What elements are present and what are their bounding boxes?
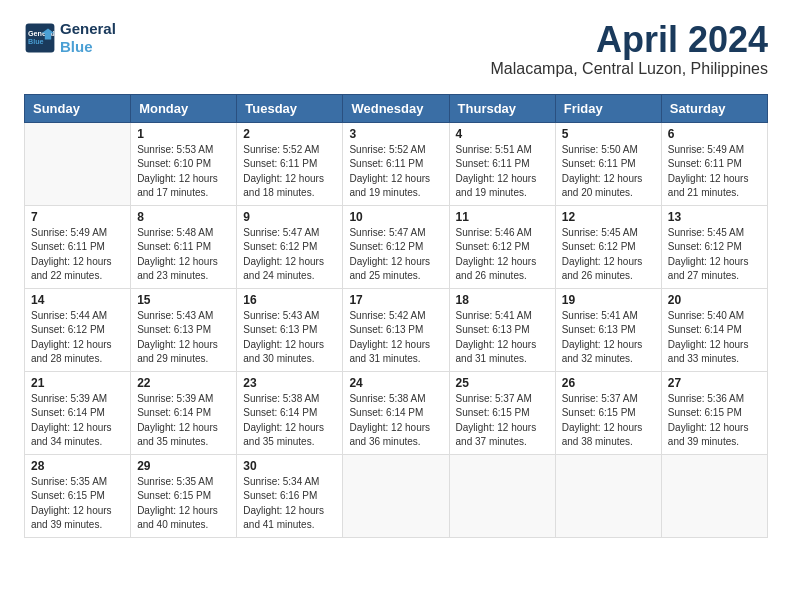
day-info: Sunrise: 5:37 AM Sunset: 6:15 PM Dayligh… bbox=[456, 392, 549, 450]
calendar-week-row: 14Sunrise: 5:44 AM Sunset: 6:12 PM Dayli… bbox=[25, 288, 768, 371]
weekday-header-wednesday: Wednesday bbox=[343, 94, 449, 122]
calendar-cell: 1Sunrise: 5:53 AM Sunset: 6:10 PM Daylig… bbox=[131, 122, 237, 205]
day-info: Sunrise: 5:45 AM Sunset: 6:12 PM Dayligh… bbox=[562, 226, 655, 284]
calendar-cell bbox=[555, 454, 661, 537]
weekday-header-friday: Friday bbox=[555, 94, 661, 122]
day-info: Sunrise: 5:50 AM Sunset: 6:11 PM Dayligh… bbox=[562, 143, 655, 201]
day-info: Sunrise: 5:42 AM Sunset: 6:13 PM Dayligh… bbox=[349, 309, 442, 367]
calendar-cell: 25Sunrise: 5:37 AM Sunset: 6:15 PM Dayli… bbox=[449, 371, 555, 454]
calendar-cell: 8Sunrise: 5:48 AM Sunset: 6:11 PM Daylig… bbox=[131, 205, 237, 288]
day-info: Sunrise: 5:53 AM Sunset: 6:10 PM Dayligh… bbox=[137, 143, 230, 201]
day-number: 10 bbox=[349, 210, 442, 224]
day-number: 6 bbox=[668, 127, 761, 141]
day-info: Sunrise: 5:46 AM Sunset: 6:12 PM Dayligh… bbox=[456, 226, 549, 284]
calendar-cell: 30Sunrise: 5:34 AM Sunset: 6:16 PM Dayli… bbox=[237, 454, 343, 537]
day-info: Sunrise: 5:47 AM Sunset: 6:12 PM Dayligh… bbox=[349, 226, 442, 284]
calendar-cell: 7Sunrise: 5:49 AM Sunset: 6:11 PM Daylig… bbox=[25, 205, 131, 288]
logo-icon: General Blue bbox=[24, 22, 56, 54]
calendar-cell: 17Sunrise: 5:42 AM Sunset: 6:13 PM Dayli… bbox=[343, 288, 449, 371]
day-number: 24 bbox=[349, 376, 442, 390]
day-number: 1 bbox=[137, 127, 230, 141]
day-number: 4 bbox=[456, 127, 549, 141]
calendar-cell bbox=[25, 122, 131, 205]
day-info: Sunrise: 5:52 AM Sunset: 6:11 PM Dayligh… bbox=[243, 143, 336, 201]
day-number: 9 bbox=[243, 210, 336, 224]
day-info: Sunrise: 5:49 AM Sunset: 6:11 PM Dayligh… bbox=[31, 226, 124, 284]
calendar-cell bbox=[343, 454, 449, 537]
day-info: Sunrise: 5:41 AM Sunset: 6:13 PM Dayligh… bbox=[456, 309, 549, 367]
day-info: Sunrise: 5:52 AM Sunset: 6:11 PM Dayligh… bbox=[349, 143, 442, 201]
calendar-cell: 29Sunrise: 5:35 AM Sunset: 6:15 PM Dayli… bbox=[131, 454, 237, 537]
day-info: Sunrise: 5:38 AM Sunset: 6:14 PM Dayligh… bbox=[349, 392, 442, 450]
day-number: 29 bbox=[137, 459, 230, 473]
day-info: Sunrise: 5:43 AM Sunset: 6:13 PM Dayligh… bbox=[137, 309, 230, 367]
day-number: 19 bbox=[562, 293, 655, 307]
calendar-cell: 28Sunrise: 5:35 AM Sunset: 6:15 PM Dayli… bbox=[25, 454, 131, 537]
day-number: 15 bbox=[137, 293, 230, 307]
calendar-cell: 27Sunrise: 5:36 AM Sunset: 6:15 PM Dayli… bbox=[661, 371, 767, 454]
day-number: 23 bbox=[243, 376, 336, 390]
title-block: April 2024 Malacampa, Central Luzon, Phi… bbox=[491, 20, 768, 78]
header: General Blue General Blue April 2024 Mal… bbox=[24, 20, 768, 78]
day-info: Sunrise: 5:43 AM Sunset: 6:13 PM Dayligh… bbox=[243, 309, 336, 367]
day-info: Sunrise: 5:37 AM Sunset: 6:15 PM Dayligh… bbox=[562, 392, 655, 450]
calendar-cell: 21Sunrise: 5:39 AM Sunset: 6:14 PM Dayli… bbox=[25, 371, 131, 454]
day-number: 3 bbox=[349, 127, 442, 141]
weekday-header-row: SundayMondayTuesdayWednesdayThursdayFrid… bbox=[25, 94, 768, 122]
day-info: Sunrise: 5:51 AM Sunset: 6:11 PM Dayligh… bbox=[456, 143, 549, 201]
weekday-header-monday: Monday bbox=[131, 94, 237, 122]
svg-text:Blue: Blue bbox=[28, 37, 44, 46]
calendar-week-row: 7Sunrise: 5:49 AM Sunset: 6:11 PM Daylig… bbox=[25, 205, 768, 288]
calendar: SundayMondayTuesdayWednesdayThursdayFrid… bbox=[24, 94, 768, 538]
calendar-cell: 5Sunrise: 5:50 AM Sunset: 6:11 PM Daylig… bbox=[555, 122, 661, 205]
calendar-week-row: 21Sunrise: 5:39 AM Sunset: 6:14 PM Dayli… bbox=[25, 371, 768, 454]
calendar-cell: 20Sunrise: 5:40 AM Sunset: 6:14 PM Dayli… bbox=[661, 288, 767, 371]
day-info: Sunrise: 5:35 AM Sunset: 6:15 PM Dayligh… bbox=[137, 475, 230, 533]
day-info: Sunrise: 5:40 AM Sunset: 6:14 PM Dayligh… bbox=[668, 309, 761, 367]
logo-text: General Blue bbox=[60, 20, 116, 56]
calendar-cell: 13Sunrise: 5:45 AM Sunset: 6:12 PM Dayli… bbox=[661, 205, 767, 288]
calendar-cell: 11Sunrise: 5:46 AM Sunset: 6:12 PM Dayli… bbox=[449, 205, 555, 288]
month-title: April 2024 bbox=[491, 20, 768, 60]
calendar-cell: 23Sunrise: 5:38 AM Sunset: 6:14 PM Dayli… bbox=[237, 371, 343, 454]
calendar-cell: 14Sunrise: 5:44 AM Sunset: 6:12 PM Dayli… bbox=[25, 288, 131, 371]
day-info: Sunrise: 5:41 AM Sunset: 6:13 PM Dayligh… bbox=[562, 309, 655, 367]
day-info: Sunrise: 5:38 AM Sunset: 6:14 PM Dayligh… bbox=[243, 392, 336, 450]
day-info: Sunrise: 5:34 AM Sunset: 6:16 PM Dayligh… bbox=[243, 475, 336, 533]
weekday-header-saturday: Saturday bbox=[661, 94, 767, 122]
calendar-cell: 6Sunrise: 5:49 AM Sunset: 6:11 PM Daylig… bbox=[661, 122, 767, 205]
calendar-cell: 3Sunrise: 5:52 AM Sunset: 6:11 PM Daylig… bbox=[343, 122, 449, 205]
day-number: 22 bbox=[137, 376, 230, 390]
day-number: 13 bbox=[668, 210, 761, 224]
calendar-cell: 24Sunrise: 5:38 AM Sunset: 6:14 PM Dayli… bbox=[343, 371, 449, 454]
calendar-cell bbox=[661, 454, 767, 537]
weekday-header-thursday: Thursday bbox=[449, 94, 555, 122]
day-info: Sunrise: 5:47 AM Sunset: 6:12 PM Dayligh… bbox=[243, 226, 336, 284]
calendar-cell: 26Sunrise: 5:37 AM Sunset: 6:15 PM Dayli… bbox=[555, 371, 661, 454]
day-number: 28 bbox=[31, 459, 124, 473]
calendar-cell: 15Sunrise: 5:43 AM Sunset: 6:13 PM Dayli… bbox=[131, 288, 237, 371]
day-number: 30 bbox=[243, 459, 336, 473]
calendar-week-row: 1Sunrise: 5:53 AM Sunset: 6:10 PM Daylig… bbox=[25, 122, 768, 205]
calendar-cell: 16Sunrise: 5:43 AM Sunset: 6:13 PM Dayli… bbox=[237, 288, 343, 371]
calendar-cell: 18Sunrise: 5:41 AM Sunset: 6:13 PM Dayli… bbox=[449, 288, 555, 371]
day-number: 16 bbox=[243, 293, 336, 307]
day-number: 14 bbox=[31, 293, 124, 307]
day-number: 7 bbox=[31, 210, 124, 224]
day-number: 27 bbox=[668, 376, 761, 390]
weekday-header-sunday: Sunday bbox=[25, 94, 131, 122]
calendar-cell: 4Sunrise: 5:51 AM Sunset: 6:11 PM Daylig… bbox=[449, 122, 555, 205]
day-number: 25 bbox=[456, 376, 549, 390]
day-number: 2 bbox=[243, 127, 336, 141]
day-info: Sunrise: 5:39 AM Sunset: 6:14 PM Dayligh… bbox=[31, 392, 124, 450]
calendar-cell: 10Sunrise: 5:47 AM Sunset: 6:12 PM Dayli… bbox=[343, 205, 449, 288]
day-info: Sunrise: 5:44 AM Sunset: 6:12 PM Dayligh… bbox=[31, 309, 124, 367]
calendar-cell: 2Sunrise: 5:52 AM Sunset: 6:11 PM Daylig… bbox=[237, 122, 343, 205]
calendar-cell: 19Sunrise: 5:41 AM Sunset: 6:13 PM Dayli… bbox=[555, 288, 661, 371]
calendar-cell: 9Sunrise: 5:47 AM Sunset: 6:12 PM Daylig… bbox=[237, 205, 343, 288]
day-info: Sunrise: 5:35 AM Sunset: 6:15 PM Dayligh… bbox=[31, 475, 124, 533]
day-info: Sunrise: 5:48 AM Sunset: 6:11 PM Dayligh… bbox=[137, 226, 230, 284]
day-number: 26 bbox=[562, 376, 655, 390]
day-number: 8 bbox=[137, 210, 230, 224]
calendar-cell: 12Sunrise: 5:45 AM Sunset: 6:12 PM Dayli… bbox=[555, 205, 661, 288]
